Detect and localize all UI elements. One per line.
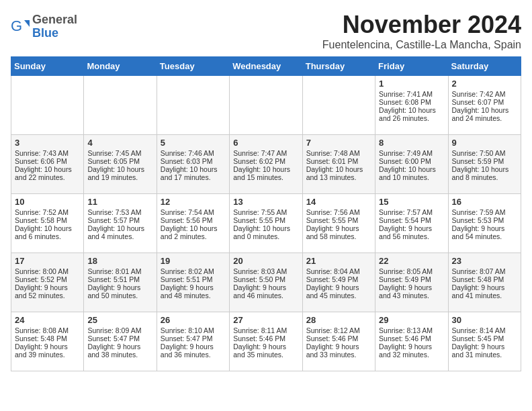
cell-info: Daylight: 10 hours xyxy=(161,224,226,232)
cell-info: Daylight: 9 hours xyxy=(87,283,152,291)
cell-info: Daylight: 9 hours xyxy=(15,342,80,351)
day-number: 11 xyxy=(87,197,152,207)
cell-info: Daylight: 9 hours xyxy=(379,283,444,291)
cell-info: Daylight: 10 hours xyxy=(452,165,517,173)
cell-info: Sunset: 6:05 PM xyxy=(87,157,152,165)
weekday-tuesday: Tuesday xyxy=(157,57,229,76)
cell-info: Sunrise: 7:50 AM xyxy=(452,149,517,157)
cell-info: and 46 minutes. xyxy=(233,291,298,300)
cell-info: Daylight: 9 hours xyxy=(452,342,517,351)
calendar-cell: 22Sunrise: 8:05 AMSunset: 5:49 PMDayligh… xyxy=(375,253,448,312)
logo-general: General xyxy=(32,13,77,27)
cell-info: Sunset: 5:47 PM xyxy=(87,334,152,342)
cell-info: Sunset: 5:48 PM xyxy=(452,275,517,283)
svg-text:G: G xyxy=(11,17,22,34)
cell-info: Daylight: 9 hours xyxy=(233,283,298,291)
cell-info: Sunset: 5:59 PM xyxy=(452,157,517,165)
cell-info: Sunrise: 8:12 AM xyxy=(306,326,371,334)
cell-info: Sunrise: 7:43 AM xyxy=(15,149,80,157)
calendar-cell xyxy=(157,76,229,135)
cell-info: Daylight: 9 hours xyxy=(306,224,371,232)
calendar-cell: 23Sunrise: 8:07 AMSunset: 5:48 PMDayligh… xyxy=(448,253,521,312)
cell-info: Daylight: 10 hours xyxy=(15,165,80,173)
cell-info: Sunrise: 7:46 AM xyxy=(161,149,226,157)
calendar-cell: 5Sunrise: 7:46 AMSunset: 6:03 PMDaylight… xyxy=(157,135,229,194)
cell-info: Sunrise: 7:47 AM xyxy=(233,149,298,157)
cell-info: Daylight: 9 hours xyxy=(306,283,371,291)
weekday-friday: Friday xyxy=(375,57,448,76)
weekday-monday: Monday xyxy=(84,57,157,76)
header: G General Blue November 2024 Fuentelenci… xyxy=(11,11,521,51)
cell-info: and 43 minutes. xyxy=(379,291,444,300)
cell-info: Sunset: 5:49 PM xyxy=(379,275,444,283)
cell-info: Sunrise: 7:41 AM xyxy=(379,90,444,98)
calendar-cell: 13Sunrise: 7:55 AMSunset: 5:55 PMDayligh… xyxy=(230,194,302,253)
day-number: 20 xyxy=(233,256,298,266)
cell-info: Sunrise: 8:03 AM xyxy=(233,267,298,275)
day-number: 17 xyxy=(15,256,80,266)
weekday-sunday: Sunday xyxy=(11,57,84,76)
cell-info: Daylight: 9 hours xyxy=(87,342,152,351)
cell-info: Sunset: 5:56 PM xyxy=(161,216,226,224)
cell-info: Sunrise: 8:13 AM xyxy=(379,326,444,334)
cell-info: Sunset: 5:46 PM xyxy=(306,334,371,342)
calendar-cell: 30Sunrise: 8:14 AMSunset: 5:45 PMDayligh… xyxy=(448,312,521,371)
cell-info: and 56 minutes. xyxy=(379,232,444,240)
calendar-cell: 9Sunrise: 7:50 AMSunset: 5:59 PMDaylight… xyxy=(448,135,521,194)
calendar-cell: 24Sunrise: 8:08 AMSunset: 5:48 PMDayligh… xyxy=(11,312,84,371)
cell-info: and 15 minutes. xyxy=(233,173,298,181)
day-number: 6 xyxy=(233,138,298,148)
calendar-cell xyxy=(11,76,84,135)
cell-info: and 8 minutes. xyxy=(452,173,517,181)
cell-info: Daylight: 9 hours xyxy=(233,342,298,351)
day-number: 13 xyxy=(233,197,298,207)
cell-info: and 33 minutes. xyxy=(306,351,371,359)
day-number: 10 xyxy=(15,197,80,207)
week-row-2: 3Sunrise: 7:43 AMSunset: 6:06 PMDaylight… xyxy=(11,135,521,194)
cell-info: Sunrise: 7:49 AM xyxy=(379,149,444,157)
day-number: 8 xyxy=(379,138,444,148)
cell-info: and 45 minutes. xyxy=(306,291,371,300)
cell-info: Sunset: 5:54 PM xyxy=(379,216,444,224)
day-number: 26 xyxy=(161,315,226,325)
calendar-cell: 4Sunrise: 7:45 AMSunset: 6:05 PMDaylight… xyxy=(84,135,157,194)
cell-info: Sunrise: 7:52 AM xyxy=(15,208,80,216)
cell-info: and 22 minutes. xyxy=(15,173,80,181)
day-number: 15 xyxy=(379,197,444,207)
cell-info: and 2 minutes. xyxy=(161,232,226,240)
cell-info: and 38 minutes. xyxy=(87,351,152,359)
calendar-cell: 29Sunrise: 8:13 AMSunset: 5:46 PMDayligh… xyxy=(375,312,448,371)
cell-info: and 17 minutes. xyxy=(161,173,226,181)
cell-info: and 26 minutes. xyxy=(379,114,444,122)
calendar-cell: 18Sunrise: 8:01 AMSunset: 5:51 PMDayligh… xyxy=(84,253,157,312)
day-number: 16 xyxy=(452,197,517,207)
day-number: 24 xyxy=(15,315,80,325)
cell-info: and 19 minutes. xyxy=(87,173,152,181)
cell-info: Sunrise: 8:10 AM xyxy=(161,326,226,334)
cell-info: and 4 minutes. xyxy=(87,232,152,240)
week-row-1: 1Sunrise: 7:41 AMSunset: 6:08 PMDaylight… xyxy=(11,76,521,135)
cell-info: Sunset: 6:01 PM xyxy=(306,157,371,165)
calendar-cell xyxy=(302,76,375,135)
calendar-cell: 15Sunrise: 7:57 AMSunset: 5:54 PMDayligh… xyxy=(375,194,448,253)
cell-info: Sunset: 6:08 PM xyxy=(379,98,444,106)
logo-blue: Blue xyxy=(32,27,77,40)
cell-info: Sunset: 6:02 PM xyxy=(233,157,298,165)
calendar-cell: 25Sunrise: 8:09 AMSunset: 5:47 PMDayligh… xyxy=(84,312,157,371)
cell-info: Daylight: 10 hours xyxy=(87,224,152,232)
calendar-cell: 26Sunrise: 8:10 AMSunset: 5:47 PMDayligh… xyxy=(157,312,229,371)
cell-info: Sunrise: 7:56 AM xyxy=(306,208,371,216)
calendar-cell: 19Sunrise: 8:02 AMSunset: 5:51 PMDayligh… xyxy=(157,253,229,312)
cell-info: Sunset: 5:51 PM xyxy=(161,275,226,283)
cell-info: Sunrise: 7:55 AM xyxy=(233,208,298,216)
calendar-cell: 20Sunrise: 8:03 AMSunset: 5:50 PMDayligh… xyxy=(230,253,302,312)
cell-info: Sunset: 6:03 PM xyxy=(161,157,226,165)
cell-info: Sunset: 5:52 PM xyxy=(15,275,80,283)
cell-info: Sunrise: 8:08 AM xyxy=(15,326,80,334)
day-number: 29 xyxy=(379,315,444,325)
calendar-cell: 27Sunrise: 8:11 AMSunset: 5:46 PMDayligh… xyxy=(230,312,302,371)
title-section: November 2024 Fuentelencina, Castille-La… xyxy=(322,11,521,51)
day-number: 30 xyxy=(452,315,517,325)
calendar-body: 1Sunrise: 7:41 AMSunset: 6:08 PMDaylight… xyxy=(11,76,521,371)
month-title: November 2024 xyxy=(322,11,521,39)
